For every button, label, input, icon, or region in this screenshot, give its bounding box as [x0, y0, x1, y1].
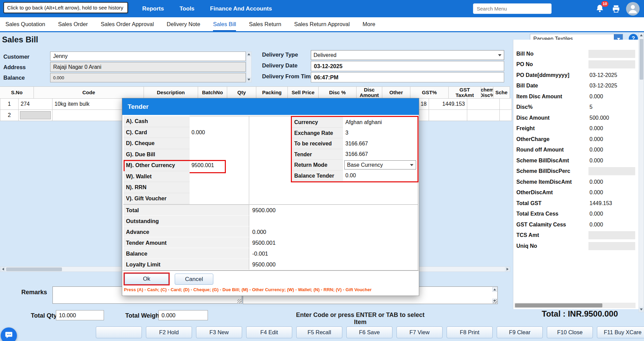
bill-field-value[interactable] — [588, 60, 635, 68]
bill-field-value[interactable]: 5 — [588, 103, 635, 111]
notification-badge: 10 — [601, 1, 608, 7]
delivery-date-input[interactable]: 03-12-2025 — [311, 61, 504, 71]
function-key-button[interactable]: F8 Print — [447, 326, 493, 338]
cell-code[interactable]: 274 — [19, 99, 52, 110]
payment-mode-amount[interactable] — [190, 182, 249, 193]
top-menu-item[interactable]: Reports — [142, 5, 164, 12]
module-tab[interactable]: Sales Order — [58, 17, 88, 31]
function-key-button[interactable]: F10 Close — [547, 326, 593, 338]
payment-mode-label: G). Due Bill — [124, 149, 190, 160]
payment-mode-amount[interactable]: 0.000 — [190, 127, 249, 138]
module-tab[interactable]: Delivery Note — [167, 17, 200, 31]
total-qty-value: 10.000 — [56, 310, 104, 320]
payment-mode-amount[interactable] — [190, 193, 249, 204]
customer-input[interactable]: Jenny — [50, 52, 246, 61]
top-menu-item[interactable]: Finance And Accounts — [210, 5, 272, 12]
bill-field-value[interactable]: 500.000 — [588, 114, 635, 122]
function-key-button[interactable] — [96, 326, 142, 338]
currency-value[interactable]: Afghan afghani — [343, 119, 382, 125]
function-key-button[interactable]: F2 Hold — [146, 326, 192, 338]
bill-field-value[interactable]: 0.000 — [588, 210, 635, 218]
delivery-type-select[interactable]: Delivered — [311, 50, 504, 60]
payment-mode-amount[interactable]: 9500.001 — [190, 160, 249, 171]
resize-grip-icon[interactable] — [237, 299, 241, 303]
cancel-button[interactable]: Cancel — [175, 274, 213, 285]
summary-row: Loyalty Limit9500.000 — [124, 259, 418, 270]
scroll-up-arrow[interactable] — [246, 52, 251, 57]
cell-sche[interactable] — [500, 110, 512, 121]
search-input[interactable] — [473, 3, 552, 14]
bill-field-value[interactable]: 03-12-2025 — [588, 82, 635, 90]
tender-value[interactable]: 3166.667 — [343, 151, 368, 157]
payment-mode-amount[interactable] — [190, 138, 249, 149]
function-key-button[interactable]: F9 Clear — [497, 326, 543, 338]
address-input[interactable]: Rajaji Nagar 0 Arani — [50, 62, 246, 72]
module-tab[interactable]: Sales Order Approval — [101, 17, 154, 31]
bill-field-row: Bill No — [513, 48, 639, 59]
bill-field-value[interactable]: 0.000 — [588, 188, 635, 197]
payment-mode-amount[interactable] — [190, 171, 249, 182]
payment-mode-amount[interactable] — [190, 149, 249, 160]
exchange-rate-value[interactable]: 3 — [343, 130, 348, 136]
bill-field-label: PO No — [516, 61, 588, 67]
delivery-time-input[interactable]: 06:47:PM — [311, 72, 504, 82]
return-mode-select[interactable]: Base Currency — [344, 160, 416, 169]
bill-field-value[interactable]: 0.000 — [588, 93, 635, 101]
scroll-down-arrow[interactable] — [639, 307, 644, 312]
user-avatar[interactable] — [626, 2, 640, 16]
vscroll-thumb[interactable] — [640, 39, 643, 80]
bill-field-value[interactable]: 0.000 — [588, 146, 635, 154]
cell-scheme-disc[interactable] — [467, 110, 500, 121]
resize-grip-icon[interactable] — [493, 299, 497, 303]
bill-field-value[interactable] — [588, 50, 635, 58]
payment-mode-amount[interactable] — [190, 116, 249, 127]
bill-field-value[interactable]: 0.000 — [588, 157, 635, 165]
page-vscrollbar[interactable] — [639, 32, 644, 312]
module-tab[interactable]: Sales Return — [249, 17, 281, 31]
module-tab[interactable]: Sales Bill — [213, 17, 236, 31]
module-tab[interactable]: More — [363, 17, 375, 31]
scroll-left-arrow[interactable] — [0, 267, 5, 272]
bill-field-value[interactable] — [588, 242, 635, 250]
cell-code[interactable] — [19, 110, 52, 121]
scroll-right-arrow[interactable] — [505, 267, 510, 272]
cell-scheme-disc[interactable] — [467, 99, 500, 110]
bill-field-value[interactable]: 03-12-2025 — [588, 71, 635, 79]
bill-field-value[interactable]: 0.000 — [588, 124, 635, 133]
bill-field-value[interactable]: 0.000 — [588, 221, 635, 229]
bill-field-value[interactable] — [588, 231, 635, 239]
scroll-down-arrow[interactable] — [246, 77, 251, 82]
scroll-up-arrow[interactable] — [639, 33, 644, 38]
scroll-up-arrow[interactable] — [492, 287, 497, 292]
bill-field-value[interactable] — [588, 167, 635, 175]
shortcut-hint: Press (A) - Cash; (C) - Card; (D) - Cheq… — [124, 287, 415, 292]
function-key-button[interactable]: F5 Recall — [296, 326, 342, 338]
hscroll-thumb[interactable] — [6, 267, 62, 271]
function-key-button[interactable]: F4 Edit — [246, 326, 292, 338]
panel-hscroll-thumb[interactable] — [515, 303, 602, 307]
function-key-button[interactable]: F3 New — [196, 326, 242, 338]
bill-field-value[interactable]: 0.000 — [588, 178, 635, 186]
print-button[interactable] — [611, 4, 621, 14]
notifications-button[interactable]: 10 — [595, 3, 607, 15]
summary-row: Tender Amount9500.001 — [124, 237, 418, 248]
cell-sche[interactable] — [500, 99, 512, 110]
back-button-tooltip[interactable]: Click to go back (Alt+Left arrow), hold … — [3, 2, 128, 13]
function-key-button[interactable]: F6 Save — [346, 326, 392, 338]
items-table-header-cell: Qty — [227, 86, 256, 99]
to-be-received-value[interactable]: 3166.667 — [343, 141, 368, 147]
panel-hscrollbar[interactable] — [514, 303, 636, 308]
bill-field-label: PO Date[ddmmyyyy] — [516, 72, 588, 78]
module-tab[interactable]: Sales Return Approval — [294, 17, 350, 31]
top-menu-item[interactable]: Tools — [179, 5, 194, 12]
bill-field-value[interactable]: 0.000 — [588, 135, 635, 143]
function-key-button[interactable]: F11 Buy XCare — [597, 326, 644, 338]
chat-widget-button[interactable] — [1, 327, 17, 341]
cell-gst-taxamt: 1449.153 — [429, 99, 467, 110]
bill-field-value[interactable]: 1449.153 — [588, 199, 635, 207]
balance-tender-value[interactable]: 0.00 — [343, 173, 356, 179]
customer-scrollbar[interactable] — [246, 52, 252, 82]
ok-button[interactable]: Ok — [125, 274, 169, 284]
module-tab[interactable]: Sales Quotation — [5, 17, 45, 31]
function-key-button[interactable]: F7 View — [396, 326, 443, 338]
